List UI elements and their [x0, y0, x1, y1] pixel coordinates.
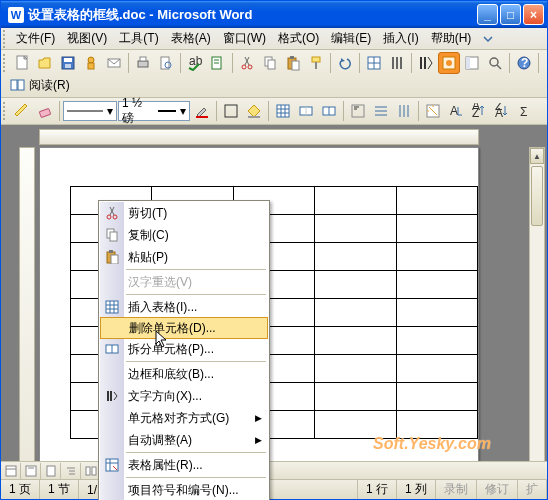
- status-col: 1 列: [397, 480, 436, 499]
- tables-borders-icon[interactable]: [363, 52, 385, 74]
- print-preview-icon[interactable]: [155, 52, 177, 74]
- paste-icon[interactable]: [282, 52, 304, 74]
- autoformat-icon[interactable]: [422, 100, 444, 122]
- cm-copy[interactable]: 复制(C): [100, 224, 268, 246]
- reading-button[interactable]: 阅读(R): [3, 75, 77, 95]
- cm-text-direction[interactable]: 文字方向(X)...: [100, 385, 268, 407]
- cm-borders-label: 边框和底纹(B)...: [128, 366, 214, 383]
- doc-map-icon[interactable]: [461, 52, 483, 74]
- format-painter-icon[interactable]: [305, 52, 327, 74]
- email-icon[interactable]: [103, 52, 125, 74]
- normal-view-icon[interactable]: [1, 463, 21, 479]
- merge-cells-icon[interactable]: [295, 100, 317, 122]
- distribute-cols-icon[interactable]: [393, 100, 415, 122]
- svg-rect-90: [106, 301, 118, 313]
- menu-tools[interactable]: 工具(T): [113, 28, 164, 49]
- cm-table-properties[interactable]: 表格属性(R)...: [100, 454, 268, 476]
- new-doc-icon[interactable]: [11, 52, 33, 74]
- research-icon[interactable]: [207, 52, 229, 74]
- eraser-icon[interactable]: [34, 100, 56, 122]
- toolbar-grip[interactable]: [3, 30, 6, 48]
- svg-rect-45: [196, 116, 208, 118]
- close-button[interactable]: ×: [523, 4, 544, 25]
- cm-insert-table[interactable]: 插入表格(I)...: [100, 296, 268, 318]
- cm-autofit[interactable]: 自动调整(A) ▶: [100, 429, 268, 451]
- zoom-icon[interactable]: [484, 52, 506, 74]
- menu-help[interactable]: 帮助(H): [425, 28, 478, 49]
- svg-rect-86: [110, 232, 117, 241]
- cm-cut[interactable]: 剪切(T): [100, 202, 268, 224]
- drawing-icon[interactable]: [438, 52, 460, 74]
- outline-view-icon[interactable]: [61, 463, 81, 479]
- menu-expand-icon[interactable]: [477, 32, 499, 46]
- autosum-icon[interactable]: Σ: [514, 100, 536, 122]
- vertical-scrollbar[interactable]: ▲: [529, 147, 545, 461]
- menu-format[interactable]: 格式(O): [272, 28, 325, 49]
- cut-icon[interactable]: [236, 52, 258, 74]
- separator: [509, 53, 510, 73]
- status-ext: 扩: [518, 480, 547, 499]
- print-layout-view-icon[interactable]: [41, 463, 61, 479]
- open-icon[interactable]: [34, 52, 56, 74]
- print-icon[interactable]: [132, 52, 154, 74]
- svg-rect-42: [39, 108, 50, 117]
- permission-icon[interactable]: [80, 52, 102, 74]
- window-buttons: _ □ ×: [477, 4, 544, 25]
- cm-paste[interactable]: 粘贴(P): [100, 246, 268, 268]
- change-direction-icon[interactable]: A: [445, 100, 467, 122]
- menu-view[interactable]: 视图(V): [61, 28, 113, 49]
- minimize-button[interactable]: _: [477, 4, 498, 25]
- line-weight-combo[interactable]: 1 ½ 磅 ▾: [118, 101, 190, 121]
- svg-rect-8: [140, 57, 146, 61]
- align-top-left-icon[interactable]: [347, 100, 369, 122]
- status-line: 1 行: [358, 480, 397, 499]
- ruler-vertical[interactable]: [19, 147, 35, 461]
- cm-cell-alignment[interactable]: 单元格对齐方式(G) ▶: [100, 407, 268, 429]
- svg-rect-22: [312, 57, 320, 62]
- copy-icon: [103, 228, 121, 242]
- toolbar-grip[interactable]: [3, 102, 6, 120]
- undo-icon[interactable]: [334, 52, 356, 74]
- split-cells-icon[interactable]: [318, 100, 340, 122]
- cm-split-cells[interactable]: 拆分单元格(P)...: [100, 338, 268, 360]
- cm-borders-shading[interactable]: 边框和底纹(B)...: [100, 363, 268, 385]
- border-color-icon[interactable]: [191, 100, 213, 122]
- draw-table-icon[interactable]: [11, 100, 33, 122]
- save-icon[interactable]: [57, 52, 79, 74]
- scroll-up-icon[interactable]: ▲: [530, 148, 544, 164]
- insert-table-icon[interactable]: [272, 100, 294, 122]
- outside-border-icon[interactable]: [220, 100, 242, 122]
- web-view-icon[interactable]: [21, 463, 41, 479]
- menu-table[interactable]: 表格(A): [165, 28, 217, 49]
- line-weight-value: 1 ½ 磅: [122, 96, 154, 127]
- toolbar-grip[interactable]: [3, 54, 6, 72]
- distribute-rows-icon[interactable]: [370, 100, 392, 122]
- cm-delete-cells[interactable]: 删除单元格(D)...: [100, 317, 268, 339]
- cm-bullets-numbering[interactable]: 项目符号和编号(N)...: [100, 479, 268, 500]
- sort-asc-icon[interactable]: AZ: [468, 100, 490, 122]
- sort-desc-icon[interactable]: ZA: [491, 100, 513, 122]
- svg-rect-3: [65, 64, 71, 68]
- menu-insert[interactable]: 插入(I): [377, 28, 424, 49]
- scroll-thumb[interactable]: [531, 166, 543, 226]
- line-style-combo[interactable]: ▾: [63, 101, 117, 121]
- separator: [418, 101, 419, 121]
- ruler-horizontal[interactable]: [39, 129, 479, 145]
- show-marks-icon[interactable]: [415, 52, 437, 74]
- separator: [126, 269, 266, 270]
- svg-rect-23: [315, 62, 317, 69]
- menu-window[interactable]: 窗口(W): [217, 28, 272, 49]
- shading-color-icon[interactable]: [243, 100, 265, 122]
- cm-cut-label: 剪切(T): [128, 205, 167, 222]
- separator: [359, 53, 360, 73]
- columns-icon[interactable]: [386, 52, 408, 74]
- status-rec: 录制: [436, 480, 477, 499]
- menu-edit[interactable]: 编辑(E): [325, 28, 377, 49]
- help-icon[interactable]: ?: [513, 52, 535, 74]
- maximize-button[interactable]: □: [500, 4, 521, 25]
- spelling-icon[interactable]: ab: [184, 52, 206, 74]
- cut-icon: [103, 206, 121, 220]
- table-props-icon: [103, 458, 121, 472]
- menu-file[interactable]: 文件(F): [10, 28, 61, 49]
- copy-icon[interactable]: [259, 52, 281, 74]
